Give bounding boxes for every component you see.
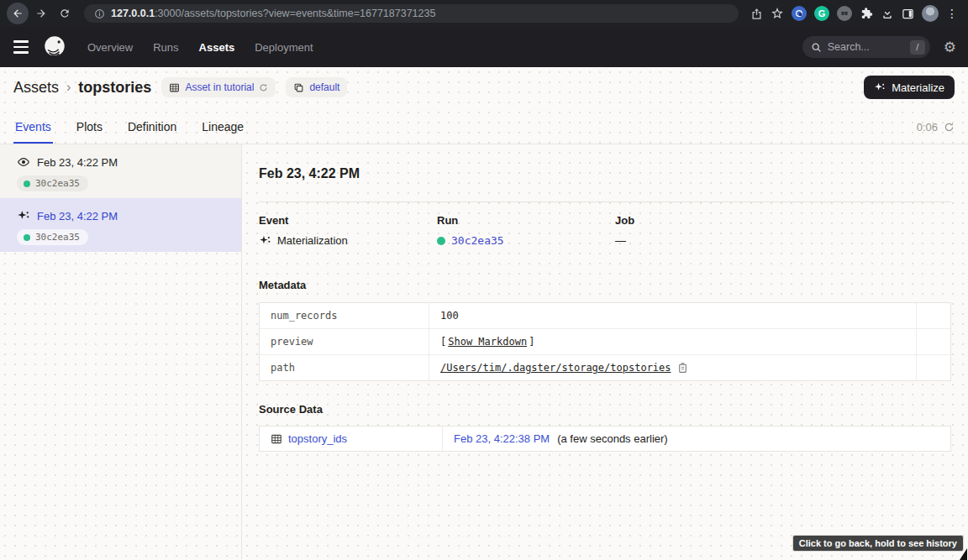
- browser-profile-avatar[interactable]: [922, 5, 939, 22]
- url-text[interactable]: 127.0.0.1:3000/assets/topstories?view=ev…: [111, 8, 435, 19]
- breadcrumb-asset-name: topstories: [78, 79, 151, 97]
- path-link[interactable]: /Users/tim/.dagster/storage/topstories: [440, 362, 671, 374]
- mouse-cursor: [960, 548, 967, 560]
- event-list-item-materialization[interactable]: Feb 23, 4:22 PM 30c2ea35: [0, 198, 241, 252]
- repo-badge[interactable]: default: [286, 77, 347, 97]
- event-label: Event: [259, 214, 437, 227]
- side-panel-icon[interactable]: [902, 8, 914, 20]
- source-data-section: Source Data topstory_ids Feb 23, 4:22:38…: [259, 403, 951, 452]
- metadata-extra-cell: [916, 303, 950, 328]
- source-update-note: (a few seconds earlier): [557, 432, 668, 445]
- nav-item-deployment[interactable]: Deployment: [246, 34, 321, 60]
- materialize-button[interactable]: Materialize: [864, 76, 955, 99]
- extension-icon-goggles[interactable]: [837, 6, 852, 21]
- source-asset-name: topstory_ids: [288, 432, 347, 445]
- nav-item-assets[interactable]: Assets: [191, 34, 244, 60]
- run-id: 30c2ea35: [35, 178, 80, 189]
- bookmark-star-icon[interactable]: [771, 7, 784, 20]
- settings-gear-icon[interactable]: ⚙: [944, 40, 956, 55]
- metadata-extra-cell: [916, 354, 950, 380]
- asset-group-badge[interactable]: Asset in tutorial: [161, 77, 276, 97]
- refresh-icon[interactable]: [944, 122, 955, 133]
- run-column: Run 30c2ea35: [437, 214, 615, 247]
- run-status-dot: [437, 237, 445, 245]
- hamburger-menu-icon[interactable]: [12, 39, 30, 55]
- browser-menu-icon[interactable]: ⋮: [946, 7, 958, 20]
- show-markdown-link[interactable]: Show Markdown: [448, 336, 527, 348]
- event-detail-panel: Feb 23, 4:22 PM Event Materialization Ru…: [242, 144, 968, 559]
- breadcrumb-assets[interactable]: Assets: [13, 79, 59, 97]
- extension-icon-grammarly[interactable]: G: [814, 6, 829, 21]
- sparkle-icon: [874, 81, 886, 93]
- event-timestamp: Feb 23, 4:22 PM: [37, 210, 118, 222]
- event-summary-columns: Event Materialization Run 30c2ea35 Job —: [259, 202, 951, 247]
- run-id-pill[interactable]: 30c2ea35: [17, 229, 88, 245]
- asset-page: Assets › topstories Asset in tutorial de…: [0, 67, 968, 560]
- tab-lineage[interactable]: Lineage: [200, 120, 245, 144]
- materialize-button-label: Materialize: [892, 81, 944, 94]
- bracket: ]: [529, 336, 534, 348]
- tab-events[interactable]: Events: [13, 120, 53, 144]
- browser-forward-button[interactable]: [30, 3, 52, 24]
- source-asset-link[interactable]: topstory_ids: [260, 427, 443, 451]
- job-label: Job: [615, 214, 793, 227]
- source-update-cell: Feb 23, 4:22:38 PM (a few seconds earlie…: [443, 427, 950, 451]
- source-data-heading: Source Data: [259, 403, 951, 416]
- tab-definition[interactable]: Definition: [126, 120, 178, 144]
- event-list-item-observation[interactable]: Feb 23, 4:22 PM 30c2ea35: [0, 144, 241, 198]
- run-id: 30c2ea35: [35, 232, 80, 243]
- metadata-extra-cell: [916, 328, 950, 354]
- sparkle-icon: [259, 234, 271, 247]
- metadata-key: num_records: [260, 303, 429, 328]
- url-path: :3000/assets/topstories?view=events&time…: [155, 8, 435, 19]
- metadata-heading: Metadata: [259, 279, 951, 291]
- copies-icon: [293, 82, 304, 93]
- run-id-link[interactable]: 30c2ea35: [451, 234, 504, 247]
- browser-reload-button[interactable]: [54, 3, 76, 24]
- forward-arrow-icon: [35, 8, 47, 19]
- site-info-icon[interactable]: [94, 8, 105, 19]
- table-grid-icon: [271, 433, 282, 445]
- back-arrow-icon: [12, 8, 24, 19]
- primary-nav: Overview Runs Assets Deployment: [79, 34, 322, 60]
- event-list: Feb 23, 4:22 PM 30c2ea35 Feb 23, 4:22 PM…: [0, 144, 242, 559]
- nav-item-runs[interactable]: Runs: [145, 34, 187, 60]
- share-icon[interactable]: [750, 8, 763, 20]
- address-bar[interactable]: 127.0.0.1:3000/assets/topstories?view=ev…: [84, 4, 739, 23]
- breadcrumb-chevron-icon: ›: [66, 80, 71, 95]
- extension-icon-blue[interactable]: [792, 6, 807, 21]
- asset-group-badge-label: Asset in tutorial: [185, 81, 254, 93]
- search-input[interactable]: Search... /: [802, 36, 930, 58]
- reload-icon: [59, 8, 71, 19]
- event-timestamp: Feb 23, 4:22 PM: [37, 156, 118, 169]
- browser-back-button[interactable]: [7, 3, 29, 24]
- search-shortcut-key: /: [910, 40, 925, 55]
- run-status-dot: [24, 181, 30, 187]
- source-update-time-link[interactable]: Feb 23, 4:22:38 PM: [454, 432, 550, 445]
- bracket: [: [440, 336, 446, 348]
- repo-badge-label: default: [309, 81, 339, 93]
- browser-actions: G ⋮: [747, 5, 961, 22]
- sparkle-icon: [17, 209, 30, 222]
- event-column: Event Materialization: [259, 214, 437, 247]
- asset-header: Assets › topstories Asset in tutorial de…: [0, 67, 968, 107]
- download-icon[interactable]: [881, 7, 894, 20]
- metadata-key: preview: [260, 328, 429, 354]
- nav-item-overview[interactable]: Overview: [79, 34, 141, 60]
- run-status-dot: [24, 234, 30, 241]
- run-id-pill[interactable]: 30c2ea35: [17, 175, 88, 191]
- copy-to-clipboard-icon[interactable]: [677, 363, 688, 374]
- url-host: 127.0.0.1: [111, 8, 155, 19]
- table-grid-icon: [169, 82, 180, 93]
- search-icon: [811, 42, 822, 53]
- tab-plots[interactable]: Plots: [75, 120, 104, 144]
- browser-toolbar: 127.0.0.1:3000/assets/topstories?view=ev…: [0, 0, 968, 27]
- refresh-countdown: 0:06: [917, 121, 938, 133]
- event-type-value: Materialization: [277, 234, 348, 247]
- refresh-icon[interactable]: [259, 83, 268, 92]
- back-history-tooltip: Click to go back, hold to see history: [792, 535, 964, 552]
- extensions-puzzle-icon[interactable]: [860, 7, 873, 20]
- event-detail-title: Feb 23, 4:22 PM: [259, 161, 951, 201]
- dagster-logo[interactable]: [42, 34, 67, 60]
- metadata-table: num_records 100 preview [Show Markdown] …: [259, 302, 951, 381]
